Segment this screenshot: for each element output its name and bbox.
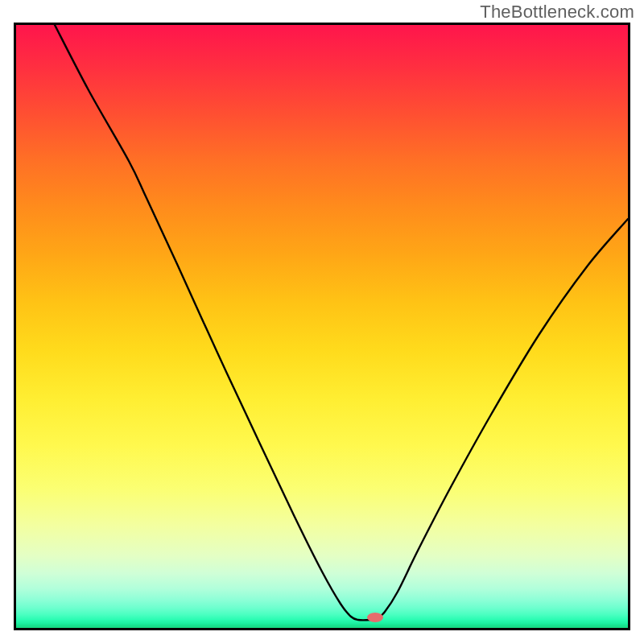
watermark-text: TheBottleneck.com [480,2,634,23]
bottleneck-curve [55,25,628,620]
chart-frame [14,23,630,630]
chart-svg [16,25,628,628]
optimal-point-marker [367,613,383,622]
